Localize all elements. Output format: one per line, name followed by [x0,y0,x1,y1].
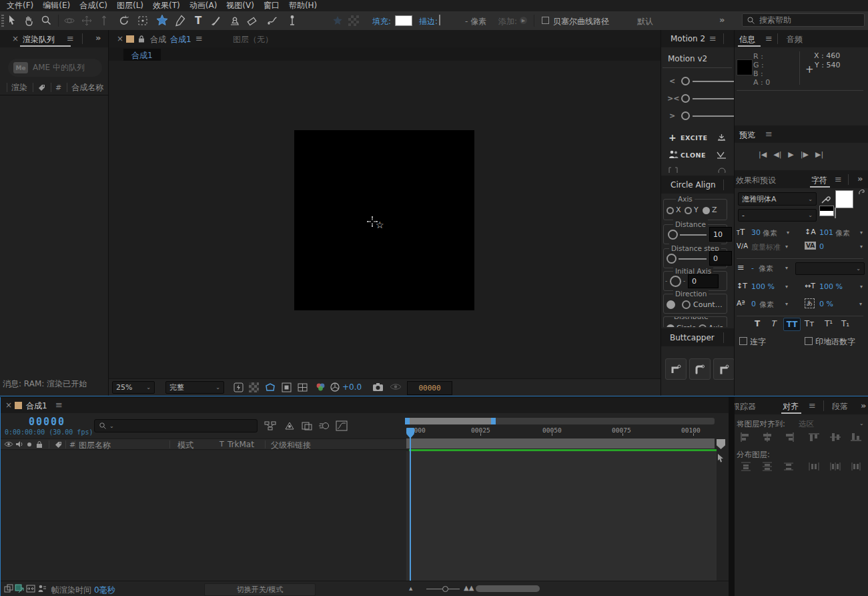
anchor-left-icon[interactable]: < [669,77,675,85]
column-hash[interactable]: # [55,83,61,92]
close-icon[interactable]: × [12,34,19,43]
butt-cap-button[interactable] [665,358,687,380]
tab-layer-none[interactable]: 图层（无） [233,34,273,45]
slider-knob[interactable] [681,111,690,120]
distribute-left-button[interactable] [807,461,821,472]
frame-blending-icon[interactable] [301,420,313,431]
magnification-select[interactable]: 25%⌄ [112,381,155,394]
anchor-right-icon[interactable]: > [669,111,675,120]
excite-row[interactable]: + EXCITE [661,131,734,145]
align-to-value[interactable]: 选区 [799,419,814,429]
align-left-button[interactable] [739,432,753,442]
menu-effect[interactable]: 效果(T) [153,0,180,11]
bezier-path-checkbox[interactable] [542,17,549,24]
distance-step-value-box[interactable]: 0 [709,251,732,266]
round-cap-button[interactable] [689,358,711,380]
tab-info[interactable]: 信息 [739,34,755,45]
previous-frame-icon[interactable]: ◀| [773,150,781,159]
expand-inout-panes-icon[interactable] [26,584,35,593]
draft-3d-icon[interactable] [284,420,296,431]
axis-y-radio[interactable] [685,207,692,214]
menu-layer[interactable]: 图层(L) [117,0,143,11]
work-area-end-handle[interactable] [491,418,496,424]
playhead-marker-tip[interactable] [406,434,414,438]
initial-axis-dial[interactable] [670,276,681,287]
menu-view[interactable]: 视图(V) [226,0,254,11]
roto-brush-tool-icon[interactable] [266,14,279,27]
play-icon[interactable]: ▶ [788,150,793,159]
distribute-bottom-button[interactable] [782,461,795,472]
region-of-interest-icon[interactable] [281,382,292,393]
guides-grid-icon[interactable] [297,382,308,393]
tracking-value[interactable]: 0 [819,242,824,251]
stepper-arrow-icon[interactable]: ▾ [785,301,788,307]
rotate-tool-icon[interactable] [117,14,131,27]
slider-track[interactable] [693,81,734,82]
tab-align[interactable]: 对齐 [783,401,799,412]
direction-ccw-radio[interactable] [682,300,691,309]
distance-track[interactable] [680,234,707,236]
column-render[interactable]: 渲染 [11,82,27,93]
viewer-area[interactable]: ☆ [109,61,661,378]
panel-menu-icon[interactable]: ≡ [809,400,816,410]
eye-icon[interactable] [4,440,13,448]
align-top-button[interactable] [807,432,821,442]
slider-knob[interactable] [681,77,690,85]
fill-label[interactable]: 填充: [372,16,391,27]
graph-editor-icon[interactable] [336,420,348,431]
solo-icon[interactable] [27,442,31,446]
tab-tracker[interactable]: 跟踪器 [735,401,756,412]
workspace-selector[interactable]: 默认 [637,16,653,27]
toolbar-grip[interactable] [1,15,4,27]
column-t[interactable]: T [220,440,224,449]
tab-character[interactable]: 字符 [811,175,827,186]
exposure-value[interactable]: +0.0 [342,382,362,392]
distance-step-knob[interactable] [667,254,677,264]
snapshot-camera-icon[interactable] [372,382,384,392]
eyedropper-icon[interactable] [820,193,832,205]
selection-tool-icon[interactable] [5,14,19,27]
orbit-camera-tool-icon[interactable] [63,14,76,27]
shape-preview-icon[interactable] [331,14,344,27]
work-area-start-handle[interactable] [405,418,410,424]
tab-audio[interactable]: 音频 [787,34,803,45]
fill-options-icon[interactable] [348,15,359,26]
hand-tool-icon[interactable] [23,14,36,27]
label-tag-icon[interactable] [37,83,46,92]
stroke-style-select[interactable]: ⌄ [795,262,865,275]
comp-mini-flowchart-icon[interactable] [264,420,276,431]
clone-row[interactable]: CLONE [661,149,734,162]
axis-z-radio[interactable] [703,207,710,214]
first-frame-icon[interactable]: |◀ [759,150,767,159]
menu-animation[interactable]: 动画(A) [189,0,218,11]
channel-rgb-icon[interactable] [315,382,326,392]
stepper-arrow-icon[interactable]: ▾ [785,265,788,271]
comp-label-swatch[interactable] [126,35,134,43]
align-right-button[interactable] [782,432,795,442]
baseline-shift-value[interactable]: 0 [751,300,756,308]
axis-x-radio[interactable] [667,207,674,214]
tab-timeline-comp[interactable]: 合成1 [26,400,47,412]
add-play-icon[interactable]: ▶ [520,17,527,24]
comp-marker-bin-icon[interactable] [717,439,725,449]
comp-duration-bar[interactable] [406,438,715,449]
lock-icon[interactable] [35,440,43,449]
layer-list-empty-area[interactable] [1,451,406,581]
render-time-pane-icon[interactable] [37,584,47,593]
current-timecode[interactable]: 0:00:00:00 (30.00 fps) [5,428,93,436]
more-panels-icon[interactable]: » [857,174,863,184]
fill-color-swatch[interactable] [835,190,853,208]
excite-apply-icon[interactable] [716,132,727,143]
column-parent-link[interactable]: 父级和链接 [271,440,311,451]
eraser-tool-icon[interactable] [246,14,259,27]
distance-value-box[interactable]: 10 [709,227,732,242]
track-empty-area[interactable] [406,451,717,581]
slider-knob[interactable] [681,94,690,103]
tab-render-queue[interactable]: 渲染队列 [23,34,55,45]
stroke-width-value[interactable]: - [751,264,754,272]
distribute-right-button[interactable] [849,461,863,472]
tab-circle-align[interactable]: Circle Align [671,180,716,190]
column-mode[interactable]: 模式 [177,440,193,451]
show-snapshot-eye-icon[interactable] [390,382,402,391]
menu-file[interactable]: 文件(F) [7,0,33,11]
